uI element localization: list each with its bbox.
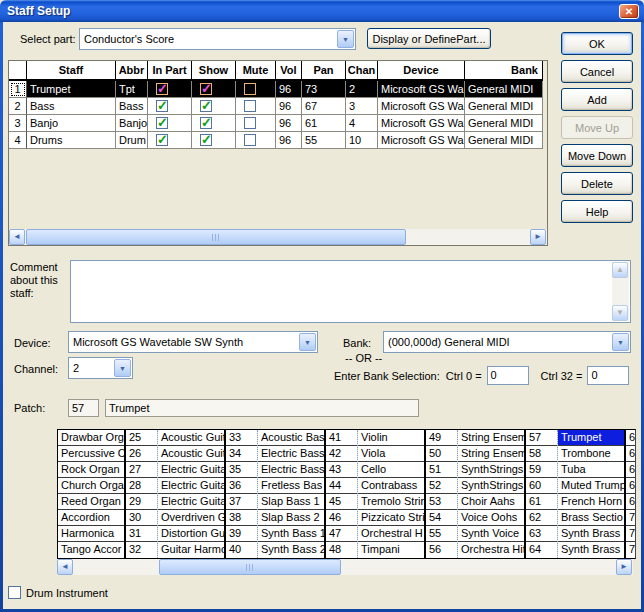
chevron-down-icon[interactable]: ▼	[337, 30, 354, 48]
checkbox-checked-icon[interactable]	[200, 83, 212, 95]
staff-cell-device[interactable]: Microsoft GS Wa	[378, 115, 465, 132]
patch-cell[interactable]: Guitar Harmo	[158, 542, 224, 558]
staff-cell-abbr[interactable]: Bass	[116, 98, 148, 115]
patch-cell[interactable]: Timpani	[358, 542, 424, 558]
patch-cell[interactable]: Percussive O	[58, 446, 124, 462]
patch-cell[interactable]: Harmonica	[58, 526, 124, 542]
patch-cell[interactable]: Electric Guita	[158, 478, 224, 494]
patch-cell[interactable]: Viola	[358, 446, 424, 462]
patch-cell[interactable]: Acoustic Bas	[258, 430, 324, 446]
staff-cell-abbr[interactable]: Banjo	[116, 115, 148, 132]
chevron-down-icon[interactable]: ▼	[299, 333, 316, 351]
patch-cell[interactable]: Synth Brass	[558, 542, 624, 558]
ok-button[interactable]: OK	[561, 32, 633, 55]
patch-cell[interactable]: Reed Organ	[58, 494, 124, 510]
bank-combobox[interactable]: (000,000d) General MIDI ▼	[383, 331, 631, 353]
patch-cell[interactable]: 50	[426, 446, 457, 462]
patch-cell[interactable]: 68	[626, 478, 635, 494]
mute-checkbox-cell[interactable]	[236, 132, 276, 149]
patch-cell[interactable]: Brass Sectio	[558, 510, 624, 526]
patch-cell[interactable]: 66	[626, 446, 635, 462]
help-button[interactable]: Help	[561, 200, 633, 223]
patch-cell[interactable]: 55	[426, 526, 457, 542]
patch-cell[interactable]: Synth Brass	[558, 526, 624, 542]
staff-cell-bank[interactable]: General MIDI	[465, 132, 543, 149]
in-part-checkbox-cell[interactable]	[148, 115, 192, 132]
staff-cell-pan[interactable]: 61	[302, 115, 346, 132]
patch-cell[interactable]: 58	[526, 446, 557, 462]
patch-cell[interactable]: Drawbar Org	[58, 430, 124, 446]
patch-cell[interactable]: Tango Accor	[58, 542, 124, 558]
patch-cell[interactable]: 67	[626, 462, 635, 478]
staff-cell-chan[interactable]: 2	[346, 81, 378, 98]
patch-cell[interactable]: String Ensem	[458, 430, 524, 446]
patch-cell[interactable]: Synth Voice	[458, 526, 524, 542]
channel-combobox[interactable]: 2 ▼	[68, 357, 133, 379]
move-down-button[interactable]: Move Down	[561, 144, 633, 167]
comment-textarea[interactable]: ▲ ▼	[70, 260, 631, 323]
patch-cell[interactable]: 64	[526, 542, 557, 558]
patch-cell[interactable]: 33	[226, 430, 257, 446]
patch-cell[interactable]: 70	[626, 510, 635, 526]
patch-cell[interactable]: 71	[626, 526, 635, 542]
comment-vscrollbar[interactable]: ▲ ▼	[612, 262, 629, 321]
checkbox-checked-icon[interactable]	[156, 134, 168, 146]
patch-cell[interactable]: Pizzicato Stri	[358, 510, 424, 526]
checkbox-checked-icon[interactable]	[156, 117, 168, 129]
staff-cell-pan[interactable]: 73	[302, 81, 346, 98]
patch-cell[interactable]: 27	[126, 462, 157, 478]
staff-cell-vol[interactable]: 96	[276, 115, 302, 132]
checkbox-unchecked-icon[interactable]	[244, 83, 256, 95]
select-part-combobox[interactable]: Conductor's Score ▼	[79, 28, 356, 50]
patch-cell[interactable]: 38	[226, 510, 257, 526]
patch-cell[interactable]: Acoustic Guit	[158, 430, 224, 446]
patch-cell[interactable]: 44	[326, 478, 357, 494]
patch-cell[interactable]: Contrabass	[358, 478, 424, 494]
patch-cell[interactable]: SynthStrings	[458, 478, 524, 494]
display-or-define-part-button[interactable]: Display or DefinePart...	[367, 28, 491, 49]
staff-cell-device[interactable]: Microsoft GS Wa	[378, 81, 465, 98]
scroll-right-icon[interactable]: ►	[616, 559, 632, 575]
patch-cell[interactable]: 57	[526, 430, 557, 446]
patch-cell[interactable]: SynthStrings	[458, 462, 524, 478]
close-icon[interactable]: ✕	[619, 4, 639, 19]
patch-cell[interactable]: 41	[326, 430, 357, 446]
in-part-checkbox-cell[interactable]	[148, 81, 192, 98]
chevron-down-icon[interactable]: ▼	[114, 359, 131, 377]
patch-cell[interactable]: Violin	[358, 430, 424, 446]
staff-cell-chan[interactable]: 10	[346, 132, 378, 149]
patch-cell[interactable]: 30	[126, 510, 157, 526]
staff-cell-staff[interactable]: Banjo	[27, 115, 116, 132]
patch-cell[interactable]: 46	[326, 510, 357, 526]
patch-cell[interactable]: 35	[226, 462, 257, 478]
patch-cell[interactable]: 54	[426, 510, 457, 526]
patch-cell[interactable]: Voice Oohs	[458, 510, 524, 526]
patch-cell[interactable]: Electric Bass	[258, 462, 324, 478]
patch-cell[interactable]: French Horn	[558, 494, 624, 510]
show-checkbox-cell[interactable]	[192, 115, 236, 132]
patch-cell[interactable]: Electric Guita	[158, 462, 224, 478]
patch-cell[interactable]: 52	[426, 478, 457, 494]
checkbox-checked-icon[interactable]	[156, 100, 168, 112]
patch-cell[interactable]: 32	[126, 542, 157, 558]
patch-cell[interactable]: Slap Bass 2	[258, 510, 324, 526]
staff-cell-staff[interactable]: Trumpet	[27, 81, 116, 98]
staff-cell-chan[interactable]: 4	[346, 115, 378, 132]
patch-cell[interactable]: Rock Organ	[58, 462, 124, 478]
scroll-left-icon[interactable]: ◄	[9, 229, 25, 245]
patch-cell[interactable]: Acoustic Guit	[158, 446, 224, 462]
staff-cell-num[interactable]: 3	[9, 115, 27, 132]
staff-cell-vol[interactable]: 96	[276, 132, 302, 149]
patch-cell[interactable]: Overdriven G	[158, 510, 224, 526]
staff-cell-device[interactable]: Microsoft GS Wa	[378, 132, 465, 149]
patch-cell[interactable]: 56	[426, 542, 457, 558]
patch-cell[interactable]: Orchestra Hit	[458, 542, 524, 558]
patch-cell[interactable]: Tuba	[558, 462, 624, 478]
patch-cell[interactable]: 61	[526, 494, 557, 510]
scroll-down-icon[interactable]: ▼	[612, 305, 628, 321]
patch-cell[interactable]: 31	[126, 526, 157, 542]
staff-cell-vol[interactable]: 96	[276, 81, 302, 98]
patch-cell[interactable]: 26	[126, 446, 157, 462]
checkbox-checked-icon[interactable]	[200, 100, 212, 112]
scroll-left-icon[interactable]: ◄	[57, 559, 73, 575]
